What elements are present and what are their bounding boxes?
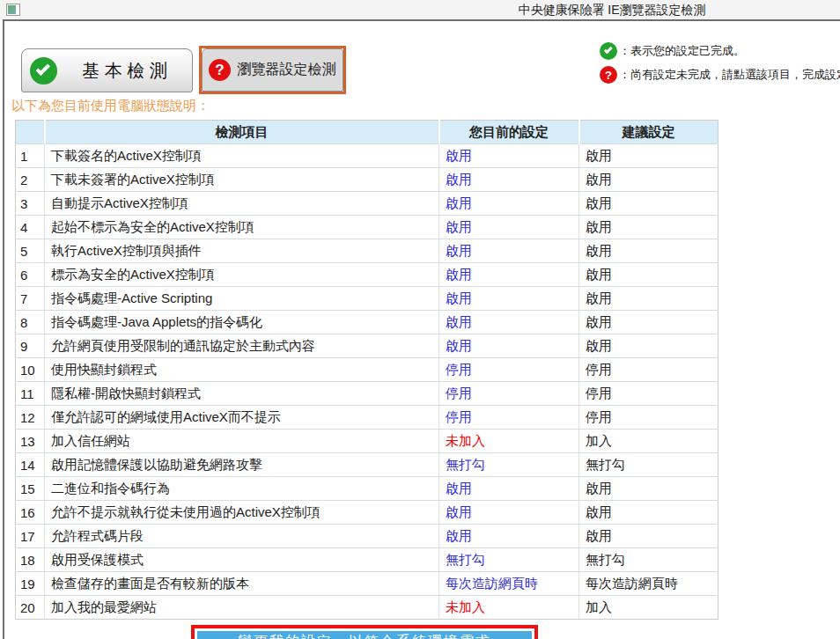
tab-browser-label: 瀏覽器設定檢測 xyxy=(231,61,343,79)
current-setting-link[interactable]: 啟用 xyxy=(439,168,579,192)
settings-table-body: 1下載簽名的ActiveX控制項啟用啟用2下載未簽署的ActiveX控制項啟用啟… xyxy=(16,144,718,620)
header-current: 您目前的設定 xyxy=(439,121,579,144)
suggested-value: 啟用 xyxy=(579,501,718,525)
item-label: 標示為安全的ActiveX控制項 xyxy=(45,263,439,287)
current-setting-link[interactable]: 啟用 xyxy=(439,239,579,263)
suggested-value: 啟用 xyxy=(579,168,718,192)
item-label: 允許程式碼片段 xyxy=(45,525,439,548)
item-label: 加入信任網站 xyxy=(45,430,439,453)
row-number: 5 xyxy=(16,239,45,263)
row-number: 13 xyxy=(16,430,45,453)
suggested-value: 啟用 xyxy=(579,144,718,168)
row-number: 16 xyxy=(16,501,45,525)
current-setting-link[interactable]: 啟用 xyxy=(439,144,579,168)
suggested-value: 停用 xyxy=(579,358,718,382)
suggested-value: 啟用 xyxy=(579,239,718,263)
row-number: 14 xyxy=(16,453,45,477)
table-row: 18啟用受保護模式無打勾無打勾 xyxy=(16,548,718,572)
item-label: 執行ActiveX控制項與插件 xyxy=(45,239,439,263)
suggested-value: 啟用 xyxy=(579,192,718,216)
check-circle-icon xyxy=(30,57,57,84)
item-label: 檢查儲存的畫面是否有較新的版本 xyxy=(45,572,439,596)
current-setting-link[interactable]: 每次造訪網頁時 xyxy=(439,572,579,596)
suggested-value: 無打勾 xyxy=(579,548,718,572)
checkmark-icon xyxy=(36,62,50,76)
row-number: 8 xyxy=(16,311,45,334)
window-titlebar: 中央健康保險署 IE瀏覽器設定檢測 xyxy=(0,0,840,19)
table-row: 5執行ActiveX控制項與插件啟用啟用 xyxy=(16,239,718,263)
table-row: 20加入我的最愛網站未加入加入 xyxy=(16,596,718,620)
row-number: 19 xyxy=(16,572,45,596)
red-question-icon: ? xyxy=(600,66,617,84)
current-setting-link[interactable]: 停用 xyxy=(439,358,579,382)
current-setting-link[interactable]: 啟用 xyxy=(439,334,579,358)
app-icon[interactable] xyxy=(6,4,20,16)
table-row: 6標示為安全的ActiveX控制項啟用啟用 xyxy=(16,263,718,287)
table-row: 13加入信任網站未加入加入 xyxy=(16,430,718,453)
row-number: 4 xyxy=(16,216,45,239)
current-setting-link[interactable]: 啟用 xyxy=(439,287,579,311)
item-label: 二進位和指令碼行為 xyxy=(45,477,439,501)
table-row: 15二進位和指令碼行為啟用啟用 xyxy=(16,477,718,501)
row-number: 2 xyxy=(16,168,45,192)
table-row: 16允許不提示就執行從未使用過的ActiveX控制項啟用啟用 xyxy=(16,501,718,525)
current-setting-link[interactable]: 啟用 xyxy=(439,263,579,287)
table-row: 7指令碼處理-Active Scripting啟用啟用 xyxy=(16,287,718,311)
change-settings-button[interactable]: 變更我的設定，以符合系統環境需求 xyxy=(197,631,532,639)
item-label: 自動提示ActiveX控制項 xyxy=(45,192,439,216)
table-row: 1下載簽名的ActiveX控制項啟用啟用 xyxy=(16,144,718,168)
suggested-value: 加入 xyxy=(579,596,718,620)
current-setting-link[interactable]: 啟用 xyxy=(439,501,579,525)
header-number xyxy=(16,121,45,144)
suggested-value: 啟用 xyxy=(579,311,718,334)
current-setting-link[interactable]: 未加入 xyxy=(439,430,579,453)
item-label: 指令碼處理-Active Scripting xyxy=(45,287,439,311)
current-setting-link[interactable]: 啟用 xyxy=(439,525,579,548)
item-label: 使用快顯封鎖程式 xyxy=(45,358,439,382)
current-setting-link[interactable]: 啟用 xyxy=(439,311,579,334)
tab-basic-label: 基 本 檢 測 xyxy=(57,59,192,83)
tab-basic-check[interactable]: 基 本 檢 測 xyxy=(21,48,193,92)
checkmark-icon xyxy=(603,45,612,54)
current-setting-link[interactable]: 停用 xyxy=(439,382,579,406)
table-row: 9允許網頁使用受限制的通訊協定於主動式內容啟用啟用 xyxy=(16,334,718,358)
row-number: 20 xyxy=(16,596,45,620)
item-label: 起始不標示為安全的ActiveX控制項 xyxy=(45,216,439,239)
current-setting-link[interactable]: 啟用 xyxy=(439,477,579,501)
current-setting-link[interactable]: 停用 xyxy=(439,406,579,430)
table-row: 11隱私權-開啟快顯封鎖程式停用停用 xyxy=(16,382,718,406)
row-number: 9 xyxy=(16,334,45,358)
suggested-value: 無打勾 xyxy=(579,453,718,477)
row-number: 6 xyxy=(16,263,45,287)
settings-table: 檢測項目 您目前的設定 建議設定 1下載簽名的ActiveX控制項啟用啟用2下載… xyxy=(15,120,718,620)
suggested-value: 每次造訪網頁時 xyxy=(579,572,718,596)
table-row: 19檢查儲存的畫面是否有較新的版本每次造訪網頁時每次造訪網頁時 xyxy=(16,572,718,596)
suggested-value: 停用 xyxy=(579,382,718,406)
suggested-value: 啟用 xyxy=(579,263,718,287)
tab-browser-settings-check[interactable]: ? 瀏覽器設定檢測 xyxy=(202,48,343,92)
item-label: 下載簽名的ActiveX控制項 xyxy=(45,144,439,168)
row-number: 3 xyxy=(16,192,45,216)
current-setting-link[interactable]: 無打勾 xyxy=(439,548,579,572)
tab-browser-highlight-frame: ? 瀏覽器設定檢測 xyxy=(199,46,346,94)
current-setting-link[interactable]: 未加入 xyxy=(439,596,579,620)
item-label: 隱私權-開啟快顯封鎖程式 xyxy=(45,382,439,406)
table-row: 8指令碼處理-Java Applets的指令碼化啟用啟用 xyxy=(16,311,718,334)
legend-complete: ：表示您的設定已完成。 xyxy=(600,42,745,60)
table-row: 17允許程式碼片段啟用啟用 xyxy=(16,525,718,548)
row-number: 15 xyxy=(16,477,45,501)
suggested-value: 啟用 xyxy=(579,287,718,311)
item-label: 啟用記憶體保護以協助避免網路攻擊 xyxy=(45,453,439,477)
current-setting-link[interactable]: 無打勾 xyxy=(439,453,579,477)
table-header: 檢測項目 您目前的設定 建議設定 xyxy=(16,121,718,144)
item-label: 僅允許認可的網域使用ActiveX而不提示 xyxy=(45,406,439,430)
current-setting-link[interactable]: 啟用 xyxy=(439,216,579,239)
suggested-value: 停用 xyxy=(579,406,718,430)
row-number: 1 xyxy=(16,144,45,168)
suggested-value: 啟用 xyxy=(579,525,718,548)
table-row: 2下載未簽署的ActiveX控制項啟用啟用 xyxy=(16,168,718,192)
row-number: 17 xyxy=(16,525,45,548)
row-number: 10 xyxy=(16,358,45,382)
current-setting-link[interactable]: 啟用 xyxy=(439,192,579,216)
legend-incomplete-text: ：尚有設定未完成，請點選該項目，完成設定 xyxy=(619,67,840,83)
